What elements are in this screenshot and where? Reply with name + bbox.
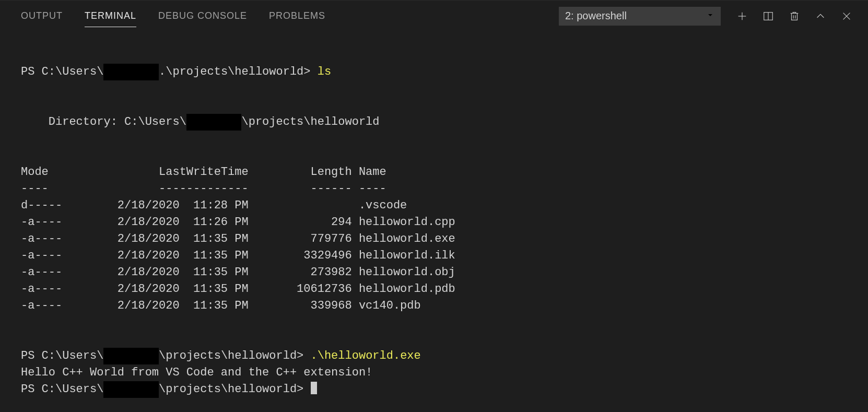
terminal-view[interactable]: PS C:\Users\xxxxxxxx.\projects\helloworl… (0, 31, 868, 398)
prompt-line: PS C:\Users\xxxxxxxx\projects\helloworld… (21, 383, 311, 396)
prompt-line: PS C:\Users\xxxxxxxx\projects\helloworld… (21, 349, 311, 362)
new-terminal-button[interactable] (736, 10, 748, 22)
terminal-selector-value: 2: powershell (565, 10, 627, 22)
directory-line: Directory: C:\Users\xxxxxxxx\projects\he… (21, 115, 380, 128)
ls-row: -a---- 2/18/2020 11:35 PM 10612736 hello… (21, 282, 455, 296)
redacted-username: xxxxxxxx (186, 114, 242, 131)
ls-divider: ---- ------------- ------ ---- (21, 182, 386, 195)
redacted-username: xxxxxxxx (103, 64, 159, 80)
terminal-actions (736, 10, 852, 22)
tab-terminal[interactable]: TERMINAL (85, 5, 136, 27)
ls-row: -a---- 2/18/2020 11:35 PM 273982 hellowo… (21, 266, 455, 279)
ls-row: -a---- 2/18/2020 11:35 PM 3329496 hellow… (21, 249, 455, 262)
command-ls: ls (318, 65, 331, 78)
tab-problems[interactable]: PROBLEMS (269, 5, 325, 27)
split-terminal-button[interactable] (763, 10, 774, 22)
prompt-line: PS C:\Users\xxxxxxxx.\projects\helloworl… (21, 65, 318, 78)
ls-row: -a---- 2/18/2020 11:35 PM 339968 vc140.p… (21, 299, 421, 312)
ls-row: d----- 2/18/2020 11:28 PM .vscode (21, 199, 407, 212)
tab-output[interactable]: OUTPUT (21, 5, 63, 27)
chevron-down-icon (706, 10, 714, 22)
close-panel-button[interactable] (841, 10, 852, 22)
redacted-username: xxxxxxxx (103, 348, 159, 364)
terminal-cursor (311, 382, 317, 394)
panel-tab-bar: OUTPUT TERMINAL DEBUG CONSOLE PROBLEMS 2… (0, 0, 868, 31)
terminal-selector[interactable]: 2: powershell (559, 7, 721, 26)
kill-terminal-button[interactable] (789, 10, 800, 22)
command-run-exe: .\helloworld.exe (311, 349, 421, 362)
redacted-username: xxxxxxxx (103, 381, 159, 398)
ls-row: -a---- 2/18/2020 11:26 PM 294 helloworld… (21, 216, 455, 229)
program-output: Hello C++ World from VS Code and the C++… (21, 366, 372, 379)
panel-tabs: OUTPUT TERMINAL DEBUG CONSOLE PROBLEMS (21, 5, 325, 27)
maximize-panel-button[interactable] (815, 10, 826, 22)
tab-debug-console[interactable]: DEBUG CONSOLE (158, 5, 247, 27)
ls-row: -a---- 2/18/2020 11:35 PM 779776 hellowo… (21, 232, 455, 245)
ls-header: Mode LastWriteTime Length Name (21, 166, 386, 179)
